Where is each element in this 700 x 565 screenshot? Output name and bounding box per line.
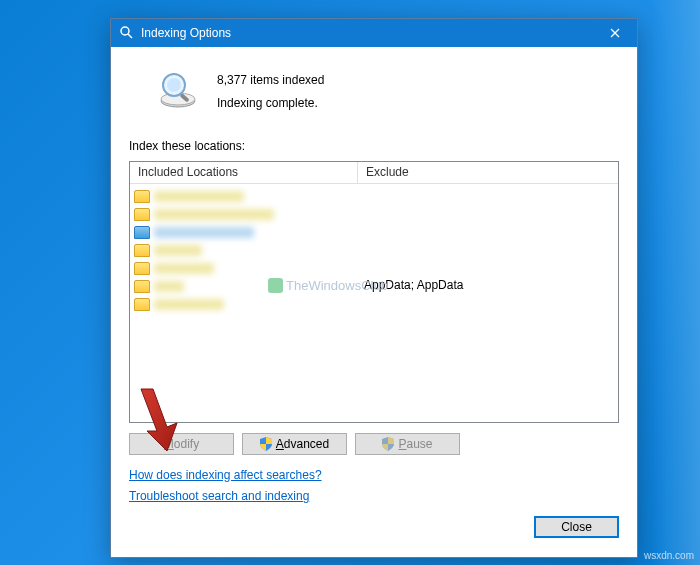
button-row: Modify Advanced Pause: [129, 433, 619, 455]
redacted-text: [154, 245, 202, 256]
close-button[interactable]: [593, 19, 637, 47]
redacted-text: [154, 299, 224, 310]
shield-icon: [382, 437, 394, 451]
modify-button[interactable]: Modify: [129, 433, 234, 455]
svg-line-1: [128, 34, 132, 38]
dialog-content: 8,377 items indexed Indexing complete. I…: [111, 47, 637, 550]
folder-icon: [134, 262, 150, 275]
indexing-status: Indexing complete.: [217, 92, 324, 115]
exclude-value: AppData; AppData: [362, 278, 618, 292]
redacted-text: [154, 281, 184, 292]
redacted-text: [154, 209, 274, 220]
included-column: [130, 184, 358, 422]
desktop-background-edge: [652, 0, 700, 565]
exclude-column: AppData; AppData: [358, 184, 618, 422]
folder-icon: [134, 208, 150, 221]
list-item[interactable]: [134, 296, 358, 314]
titlebar: Indexing Options: [111, 19, 637, 47]
window-title: Indexing Options: [141, 26, 593, 40]
folder-icon: [134, 280, 150, 293]
indexing-options-dialog: Indexing Options 8,377 items indexed: [110, 18, 638, 558]
list-item[interactable]: [134, 224, 358, 242]
pause-button[interactable]: Pause: [355, 433, 460, 455]
locations-label: Index these locations:: [129, 139, 619, 153]
close-icon: [610, 28, 620, 38]
close-main-button[interactable]: Close: [534, 516, 619, 538]
column-header-included[interactable]: Included Locations: [130, 162, 358, 183]
folder-icon: [134, 298, 150, 311]
items-indexed-count: 8,377 items indexed: [217, 69, 324, 92]
help-link-indexing[interactable]: How does indexing affect searches?: [129, 465, 619, 487]
locations-listbox[interactable]: Included Locations Exclude AppData; AppD…: [129, 161, 619, 423]
folder-icon: [134, 190, 150, 203]
redacted-text: [154, 263, 214, 274]
troubleshoot-link[interactable]: Troubleshoot search and indexing: [129, 486, 619, 508]
column-header-exclude[interactable]: Exclude: [358, 162, 618, 183]
folder-icon: [134, 226, 150, 239]
svg-point-7: [167, 78, 181, 92]
svg-point-0: [121, 27, 129, 35]
list-item[interactable]: [134, 188, 358, 206]
redacted-text: [154, 191, 244, 202]
status-row: 8,377 items indexed Indexing complete.: [129, 59, 619, 133]
redacted-text: [154, 227, 254, 238]
locations-header: Included Locations Exclude: [130, 162, 618, 184]
list-item[interactable]: [134, 260, 358, 278]
magnifier-icon: [157, 69, 199, 111]
shield-icon: [260, 437, 272, 451]
source-watermark: wsxdn.com: [644, 550, 694, 561]
search-index-icon: [119, 25, 135, 41]
list-item[interactable]: [134, 206, 358, 224]
folder-icon: [134, 244, 150, 257]
list-item[interactable]: [134, 278, 358, 296]
advanced-button[interactable]: Advanced: [242, 433, 347, 455]
list-item[interactable]: [134, 242, 358, 260]
help-links: How does indexing affect searches? Troub…: [129, 465, 619, 508]
